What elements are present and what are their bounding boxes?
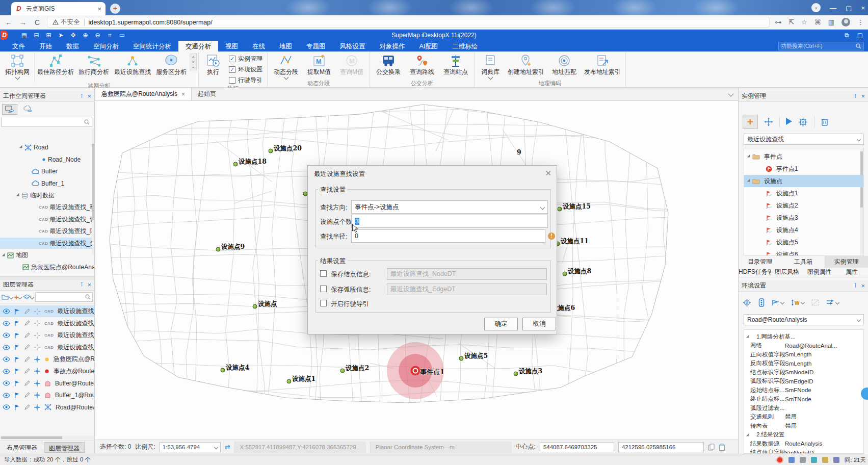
instance-node-事件点1[interactable]: 事件点1 xyxy=(744,163,863,175)
swap-coords-icon[interactable]: ⇄ xyxy=(225,443,230,451)
editable-icon[interactable] xyxy=(24,368,30,374)
ribbon-tab-4[interactable]: 空间统计分析 xyxy=(126,41,178,51)
close-icon[interactable]: × xyxy=(861,92,865,100)
network-dataset-dropdown[interactable]: Road@RouteAnalysis xyxy=(744,314,864,325)
panel-tab-图例属性[interactable]: 图例属性 xyxy=(803,266,836,278)
layer-hscrollbar[interactable] xyxy=(0,436,94,440)
snapable-icon[interactable] xyxy=(34,368,40,374)
ribbon-button-地址匹配[interactable]: 地址匹配 xyxy=(547,53,581,76)
direction-field-icon[interactable] xyxy=(772,299,784,306)
delete-trash-icon[interactable] xyxy=(821,117,829,126)
expander-icon[interactable] xyxy=(747,179,751,183)
editable-icon[interactable] xyxy=(24,380,30,386)
browser-menu-icon[interactable]: ⋮ xyxy=(857,18,864,26)
workspace-tree-scrollbar[interactable] xyxy=(92,128,94,255)
facility-count-input[interactable]: 3 xyxy=(351,215,548,228)
map-tab-急救医院点@RouteAnalysis[interactable]: 急救医院点@RouteAnalysis× xyxy=(95,88,192,100)
driving-guide-checkbox[interactable] xyxy=(320,300,327,306)
reload-icon[interactable]: C xyxy=(33,18,42,27)
bottom-tab-布局管理器[interactable]: 布局管理器 xyxy=(2,442,42,453)
instance-node-设施点2[interactable]: 设施点2 xyxy=(744,199,863,212)
ribbon-button-服务区分析[interactable]: 服务区分析 xyxy=(153,53,190,76)
ribbon-button-最佳路径分析[interactable]: 最佳路径分析 xyxy=(36,53,75,76)
ok-button[interactable]: 确定 xyxy=(484,318,518,330)
editable-icon[interactable] xyxy=(24,332,30,339)
traffic-rules-icon[interactable] xyxy=(758,298,765,307)
back-icon[interactable]: ← xyxy=(4,18,13,27)
env-gear-icon[interactable] xyxy=(743,298,751,307)
selectable-flag-icon[interactable] xyxy=(14,332,20,339)
tab-search-chevron-icon[interactable]: ⌄ xyxy=(811,3,821,12)
property-row-结点信息字段[interactable]: 结点信息字段SmNodeID xyxy=(744,448,863,454)
property-row-弧段标识字段[interactable]: 弧段标识字段SmEdgeID xyxy=(744,377,863,386)
snapable-icon[interactable] xyxy=(34,320,40,326)
add-layer-icon[interactable]: + xyxy=(14,293,21,301)
radius-input[interactable]: 0 xyxy=(351,229,545,243)
property-row-结果数据源[interactable]: 结果数据源RouteAnalysis xyxy=(744,439,863,448)
ribbon-button-词典库[interactable]: 词典库 xyxy=(476,53,505,79)
property-row-弧段过滤表...[interactable]: 弧段过滤表... xyxy=(744,403,863,412)
workspace-node-最近设施查找_障碍[interactable]: CAD最近设施查找_障碍 xyxy=(0,226,94,237)
taskbar-icon[interactable] xyxy=(822,457,828,463)
profile-avatar[interactable] xyxy=(841,18,850,27)
instance-node-设施点4[interactable]: 设施点4 xyxy=(744,224,863,236)
tab-close-icon[interactable]: × xyxy=(97,5,101,13)
address-bar[interactable]: 不安全 idesktop1.supermapol.com:8080/superm… xyxy=(47,17,770,28)
ribbon-tab-2[interactable]: 数据 xyxy=(59,41,86,51)
taskbar-icon[interactable] xyxy=(788,457,795,463)
snapable-icon[interactable] xyxy=(34,404,40,410)
close-icon[interactable]: × xyxy=(87,92,91,100)
add-instance-button[interactable]: + xyxy=(743,115,758,129)
cloud-workspace-icon[interactable] xyxy=(20,104,36,115)
pin-icon[interactable]: ⊺ xyxy=(81,93,84,99)
center-y-field[interactable]: 4212595.025985166 xyxy=(618,442,704,452)
side-panel-icon[interactable]: ▥ xyxy=(828,18,834,26)
instance-node-设施点6[interactable]: 设施点6 xyxy=(744,248,863,256)
move-icon[interactable] xyxy=(764,117,773,126)
scale-dropdown[interactable]: 1:53,956.4794 xyxy=(160,442,221,452)
layer-row-事故点@RouteAnal[interactable]: 事故点@RouteAnal xyxy=(0,366,94,377)
snapable-icon[interactable] xyxy=(34,356,40,363)
expander-icon[interactable] xyxy=(19,145,23,149)
expander-icon[interactable] xyxy=(747,154,751,159)
selectable-flag-icon[interactable] xyxy=(14,392,20,398)
ribbon-tab-13[interactable]: 二维标绘 xyxy=(445,41,485,51)
selectable-flag-icon[interactable] xyxy=(14,308,20,315)
ribbon-button-发布地址索引[interactable]: 发布地址索引 xyxy=(581,53,624,76)
selectable-flag-icon[interactable] xyxy=(14,344,20,350)
visibility-eye-icon[interactable] xyxy=(3,380,10,386)
instance-node-事件点[interactable]: 事件点 xyxy=(744,150,863,163)
ribbon-tab-9[interactable]: 专题图 xyxy=(299,41,333,51)
layer-row-Road@RouteAnalys[interactable]: Road@RouteAnalys xyxy=(0,401,94,413)
password-key-icon[interactable]: ⊶ xyxy=(775,18,781,26)
copy-icon[interactable] xyxy=(708,444,715,451)
instance-type-dropdown[interactable]: 最近设施查找 xyxy=(744,134,864,145)
dialog-close-icon[interactable]: ✕ xyxy=(545,169,551,178)
expander-icon[interactable] xyxy=(2,253,6,257)
ribbon-tab-3[interactable]: 空间分析 xyxy=(86,41,126,51)
instance-node-设施点1[interactable]: 设施点1 xyxy=(744,187,863,199)
workspace-node-Buffer[interactable]: Buffer xyxy=(0,166,94,177)
property-row-网络[interactable]: 网络Road@RouteAnal... xyxy=(744,341,863,350)
ribbon-button-查询路线[interactable]: 查询路线 xyxy=(405,53,439,76)
ribbon-tab-0[interactable]: 文件 xyxy=(5,41,32,51)
ribbon-tab-8[interactable]: 地图 xyxy=(272,41,299,51)
panel-tab-图层风格[interactable]: 图层风格 xyxy=(771,266,804,278)
pin-icon[interactable]: ⊺ xyxy=(854,282,857,289)
ribbon-button-拓扑构网[interactable]: 拓扑构网 xyxy=(2,53,33,79)
selectable-flag-icon[interactable] xyxy=(14,320,20,326)
ribbon-button-最近设施查找[interactable]: 最近设施查找 xyxy=(112,53,153,76)
settings-gear-icon[interactable] xyxy=(798,117,808,127)
visibility-eye-icon[interactable] xyxy=(3,332,10,338)
editable-icon[interactable] xyxy=(24,404,30,410)
checkbox-checked-icon[interactable]: ✓ xyxy=(229,66,235,73)
cancel-button[interactable]: 取消 xyxy=(522,318,556,330)
supermap-taskbar-icon[interactable] xyxy=(776,456,783,463)
save-edge-checkbox[interactable] xyxy=(320,286,327,292)
app-restore-icon[interactable]: ⧉ xyxy=(845,32,849,39)
close-icon[interactable]: × xyxy=(861,282,865,290)
function-search-input[interactable]: 功能搜索(Ctrl+F) xyxy=(778,42,864,50)
ribbon-tab-10[interactable]: 风格设置 xyxy=(333,41,373,51)
tab-close-icon[interactable]: × xyxy=(181,91,185,98)
panel-tab-HDFS任务管理[interactable]: HDFS任务管理 xyxy=(739,266,771,278)
